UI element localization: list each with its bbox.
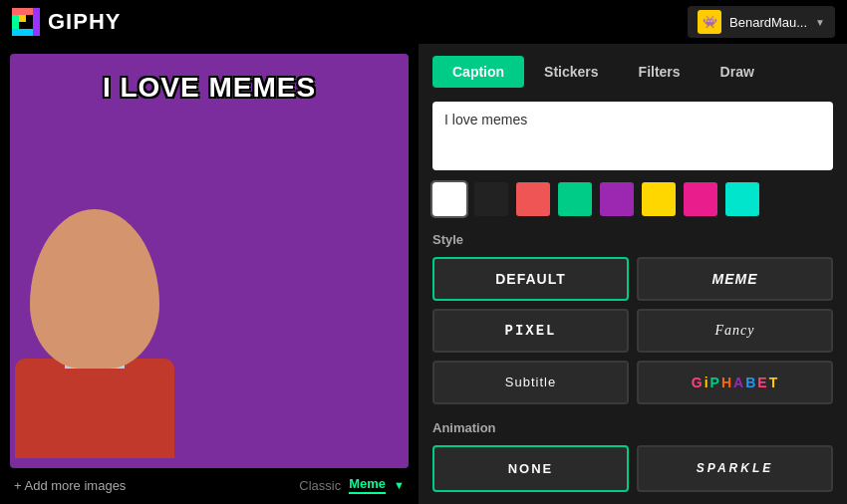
color-swatch-black[interactable] xyxy=(474,182,508,216)
animation-section-label: Animation xyxy=(432,420,833,435)
style-subtitle[interactable]: Subtitle xyxy=(432,361,629,404)
user-name: BenardMau... xyxy=(729,15,807,30)
color-swatch-purple[interactable] xyxy=(600,182,634,216)
person-face xyxy=(30,209,159,369)
color-palette xyxy=(432,182,833,216)
user-avatar: 👾 xyxy=(698,10,721,34)
person-shirt xyxy=(15,359,174,458)
logo-text: GIPHY xyxy=(48,9,121,35)
gif-preview: I LOVE MEMES xyxy=(10,54,409,468)
style-default[interactable]: DEFAULT xyxy=(432,257,629,301)
svg-rect-2 xyxy=(33,8,40,36)
anim-none[interactable]: NONE xyxy=(432,445,629,492)
anim-sparkle[interactable]: SPARKLE xyxy=(637,445,833,492)
tabs-bar: Caption Stickers Filters Draw xyxy=(432,56,833,88)
add-more-button[interactable]: + Add more images xyxy=(14,478,126,493)
color-swatch-teal[interactable] xyxy=(558,182,592,216)
style-fancy[interactable]: Fancy xyxy=(637,309,833,353)
svg-rect-3 xyxy=(12,29,33,36)
style-meme[interactable]: MEME xyxy=(637,257,833,301)
left-panel: I LOVE MEMES + Add more images Classic M… xyxy=(0,44,419,504)
classic-mode-button[interactable]: Classic xyxy=(299,478,341,493)
logo-area: GIPHY xyxy=(12,8,121,36)
style-section-label: Style xyxy=(432,232,833,247)
color-swatch-red[interactable] xyxy=(516,182,550,216)
caption-input[interactable]: I love memes xyxy=(432,102,833,170)
color-swatch-cyan[interactable] xyxy=(725,182,759,216)
right-panel: Caption Stickers Filters Draw I love mem… xyxy=(419,44,847,504)
color-swatch-pink[interactable] xyxy=(684,182,717,216)
svg-rect-4 xyxy=(19,15,26,22)
mode-dropdown-icon[interactable]: ▼ xyxy=(394,479,405,491)
user-menu[interactable]: 👾 BenardMau... ▼ xyxy=(688,6,835,38)
chevron-down-icon: ▼ xyxy=(815,17,825,28)
tab-draw[interactable]: Draw xyxy=(701,56,774,88)
avatar-icon: 👾 xyxy=(703,15,717,29)
style-grid: DEFAULT MEME PIXEL Fancy Subtitle GiPHAB… xyxy=(432,257,833,404)
tab-caption[interactable]: Caption xyxy=(432,56,524,88)
style-alphabet[interactable]: GiPHABET xyxy=(637,361,833,404)
tab-stickers[interactable]: Stickers xyxy=(524,56,618,88)
style-pixel[interactable]: PIXEL xyxy=(432,309,629,353)
meme-mode-button[interactable]: Meme xyxy=(349,476,386,494)
gif-caption: I LOVE MEMES xyxy=(10,72,409,104)
main-content: I LOVE MEMES + Add more images Classic M… xyxy=(0,44,847,504)
tab-filters[interactable]: Filters xyxy=(619,56,701,88)
header: GIPHY 👾 BenardMau... ▼ xyxy=(0,0,847,44)
mode-selector: Classic Meme ▼ xyxy=(299,476,405,494)
animation-grid: NONE SPARKLE xyxy=(432,445,833,492)
giphy-logo-icon xyxy=(12,8,40,36)
color-swatch-yellow[interactable] xyxy=(642,182,676,216)
bottom-bar: + Add more images Classic Meme ▼ xyxy=(10,468,409,494)
color-swatch-white[interactable] xyxy=(432,182,466,216)
alphabet-colored-text: GiPHABET xyxy=(692,375,778,390)
